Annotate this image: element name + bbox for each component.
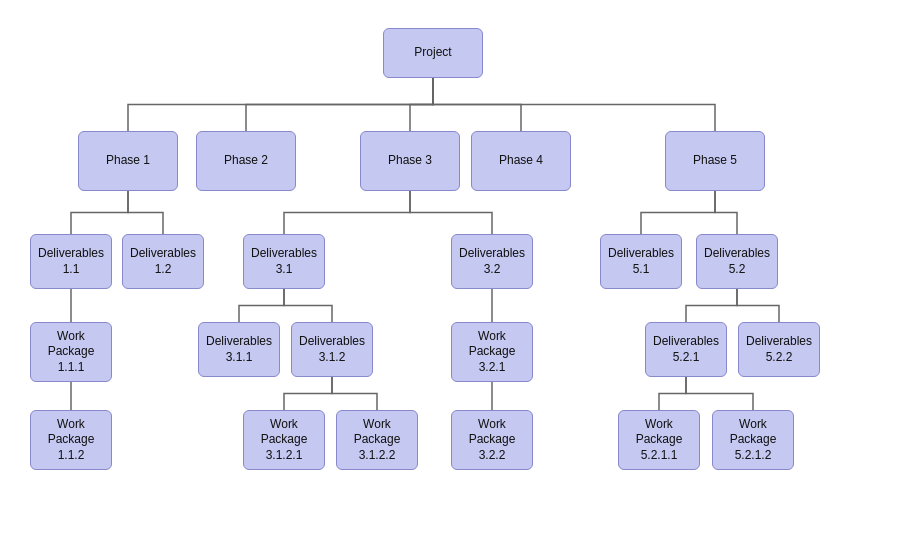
wbs-diagram: ProjectPhase 1Phase 2Phase 3Phase 4Phase… xyxy=(0,0,900,541)
node-phase4: Phase 4 xyxy=(471,131,571,191)
node-d12: Deliverables 1.2 xyxy=(122,234,204,289)
node-wp321: Work Package 3.2.1 xyxy=(451,322,533,382)
node-wp322: Work Package 3.2.2 xyxy=(451,410,533,470)
node-wp112: Work Package 1.1.2 xyxy=(30,410,112,470)
node-wp3122: Work Package 3.1.2.2 xyxy=(336,410,418,470)
node-d32: Deliverables 3.2 xyxy=(451,234,533,289)
node-wp3121: Work Package 3.1.2.1 xyxy=(243,410,325,470)
node-phase1: Phase 1 xyxy=(78,131,178,191)
node-wp5211: Work Package 5.2.1.1 xyxy=(618,410,700,470)
node-d11: Deliverables 1.1 xyxy=(30,234,112,289)
node-d521: Deliverables 5.2.1 xyxy=(645,322,727,377)
node-d522: Deliverables 5.2.2 xyxy=(738,322,820,377)
node-project: Project xyxy=(383,28,483,78)
node-d51: Deliverables 5.1 xyxy=(600,234,682,289)
node-d52: Deliverables 5.2 xyxy=(696,234,778,289)
node-phase2: Phase 2 xyxy=(196,131,296,191)
node-d31: Deliverables 3.1 xyxy=(243,234,325,289)
node-phase3: Phase 3 xyxy=(360,131,460,191)
node-wp5212: Work Package 5.2.1.2 xyxy=(712,410,794,470)
node-wp111: Work Package 1.1.1 xyxy=(30,322,112,382)
node-d312: Deliverables 3.1.2 xyxy=(291,322,373,377)
node-phase5: Phase 5 xyxy=(665,131,765,191)
node-d311: Deliverables 3.1.1 xyxy=(198,322,280,377)
